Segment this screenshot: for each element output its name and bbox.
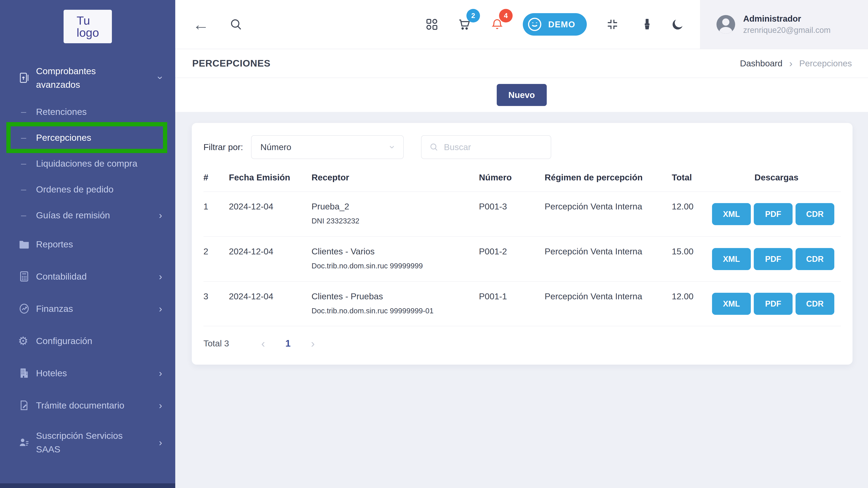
percepciones-card: Filtrar por: Número › #Fecha EmisiónRece… <box>192 123 852 365</box>
column-header: Descargas <box>712 173 841 183</box>
percepciones-table: #Fecha EmisiónReceptorNúmeroRégimen de p… <box>204 169 841 326</box>
cell-numero: P001-3 <box>479 202 545 212</box>
search-icon[interactable] <box>229 18 243 31</box>
chevron-right-icon: › <box>159 437 162 447</box>
folder-icon <box>18 238 36 250</box>
table-header-row: #Fecha EmisiónReceptorNúmeroRégimen de p… <box>204 169 841 191</box>
column-header: Número <box>479 173 545 183</box>
dash-bullet-icon: – <box>18 132 36 143</box>
sidebar-item-finanzas[interactable]: Finanzas› <box>0 293 175 325</box>
pagination-prev-icon[interactable]: ‹ <box>261 338 265 349</box>
cell-numero: P001-1 <box>479 292 545 301</box>
topbar-right: 2 4 <box>425 13 700 36</box>
receptor-document: Doc.trib.no.dom.sin.ruc 99999999 <box>311 262 479 270</box>
dash-bullet-icon: – <box>18 158 36 169</box>
dash-bullet-icon: – <box>18 210 36 220</box>
sidebar-item-reportes[interactable]: Reportes <box>0 228 175 260</box>
notifications-badge: 4 <box>499 9 513 23</box>
table-row: 32024-12-04Clientes - PruebasDoc.trib.no… <box>204 281 841 326</box>
cell-descargas: XMLPDFCDR <box>712 248 841 270</box>
sidebar-item-label: Trámite documentario <box>36 400 124 410</box>
sidebar-item-hoteles[interactable]: Hoteles› <box>0 357 175 389</box>
download-xml-button[interactable]: XML <box>712 293 751 315</box>
sidebar-item-liquidaciones-de-compra[interactable]: –Liquidaciones de compra <box>0 151 175 176</box>
download-xml-button[interactable]: XML <box>712 203 751 225</box>
search-input[interactable] <box>443 142 543 152</box>
sidebar-item-tramite-documentario[interactable]: Trámite documentario› <box>0 389 175 421</box>
apps-grid-icon[interactable] <box>425 18 439 31</box>
compress-icon[interactable] <box>606 18 619 31</box>
cell-index: 1 <box>204 202 229 212</box>
download-cdr-button[interactable]: CDR <box>796 293 834 315</box>
filter-field-selected-value: Número <box>260 142 291 152</box>
pagination-next-icon[interactable]: › <box>311 338 315 349</box>
filter-field-select[interactable]: Número › <box>251 135 404 159</box>
chevron-right-icon: › <box>159 368 162 378</box>
pagination-page-1[interactable]: 1 <box>285 338 290 349</box>
sidebar-bottom-strip <box>0 483 175 488</box>
sidebar-item-label: Configuración <box>36 336 92 346</box>
page-title-bar: PERCEPCIONES Dashboard › Percepciones <box>175 49 868 78</box>
download-pdf-button[interactable]: PDF <box>754 293 793 315</box>
gear-icon: ⚙ <box>18 335 36 346</box>
action-bar: Nuevo <box>175 78 868 112</box>
sidebar-item-label: Guías de remisión <box>36 210 110 220</box>
user-name: Administrador <box>743 14 831 24</box>
cell-receptor: Prueba_2DNI 23323232 <box>311 202 479 225</box>
logo-line-2: logo <box>77 27 112 38</box>
cell-total: 12.00 <box>672 202 712 212</box>
app-logo[interactable]: Tu logo <box>64 10 112 43</box>
sidebar-item-label: Ordenes de pedido <box>36 184 114 194</box>
back-arrow-icon[interactable]: ← <box>193 16 209 33</box>
receptor-document: Doc.trib.no.dom.sin.ruc 99999999-01 <box>311 307 479 315</box>
cell-receptor: Clientes - VariosDoc.trib.no.dom.sin.ruc… <box>311 247 479 270</box>
receptor-name: Clientes - Pruebas <box>311 292 479 301</box>
breadcrumb-dashboard[interactable]: Dashboard <box>740 59 783 68</box>
page-title: PERCEPCIONES <box>192 58 271 69</box>
cell-descargas: XMLPDFCDR <box>712 203 841 225</box>
document-edit-icon <box>18 399 36 411</box>
cell-index: 3 <box>204 292 229 301</box>
sidebar-item-label: Reportes <box>36 239 73 249</box>
column-header: Total <box>672 173 712 183</box>
sidebar-item-label: Finanzas <box>36 304 73 314</box>
download-xml-button[interactable]: XML <box>712 248 751 270</box>
cart-icon[interactable]: 2 <box>458 18 471 31</box>
sidebar-item-comprobantes-avanzados[interactable]: Comprobantes avanzados› <box>0 57 175 99</box>
sidebar-item-label: Retenciones <box>36 106 87 117</box>
column-header: Receptor <box>311 173 479 183</box>
calculator-icon <box>18 270 36 282</box>
dash-bullet-icon: – <box>18 106 36 117</box>
sidebar-item-suscripcion-servicios-saas[interactable]: Suscripción Servicios SAAS› <box>0 421 175 463</box>
sidebar-item-percepciones[interactable]: –Percepciones <box>0 125 175 151</box>
sidebar-item-ordenes-de-pedido[interactable]: –Ordenes de pedido <box>0 176 175 202</box>
table-body: 12024-12-04Prueba_2DNI 23323232P001-3Per… <box>204 191 841 326</box>
cell-descargas: XMLPDFCDR <box>712 293 841 315</box>
download-cdr-button[interactable]: CDR <box>796 248 834 270</box>
sidebar-item-configuracion[interactable]: ⚙Configuración <box>0 325 175 357</box>
receptor-document: DNI 23323232 <box>311 217 479 225</box>
theme-brush-icon[interactable] <box>638 18 652 31</box>
download-pdf-button[interactable]: PDF <box>754 203 793 225</box>
sidebar-item-guias-de-remision[interactable]: –Guías de remisión› <box>0 202 175 228</box>
user-menu[interactable]: Administrador zrenrique20@gmail.com <box>700 0 868 49</box>
sidebar-item-contabilidad[interactable]: Contabilidad› <box>0 260 175 293</box>
building-icon <box>18 367 36 379</box>
cell-index: 2 <box>204 247 229 256</box>
cell-fecha-emision: 2024-12-04 <box>229 292 311 301</box>
user-email: zrenrique20@gmail.com <box>743 26 831 35</box>
notifications-bell-icon[interactable]: 4 <box>490 18 504 31</box>
demo-button[interactable]: DEMO <box>523 13 587 36</box>
download-pdf-button[interactable]: PDF <box>754 248 793 270</box>
chevron-down-icon: › <box>156 76 165 79</box>
user-avatar-icon <box>716 15 735 34</box>
new-button[interactable]: Nuevo <box>497 84 547 106</box>
download-cdr-button[interactable]: CDR <box>796 203 834 225</box>
cart-badge: 2 <box>466 9 480 23</box>
sidebar-item-label: Suscripción Servicios SAAS <box>36 429 134 456</box>
dark-mode-moon-icon[interactable] <box>671 18 685 31</box>
pagination-total: Total 3 <box>204 339 229 348</box>
dash-bullet-icon: – <box>18 184 36 194</box>
sidebar-item-retenciones[interactable]: –Retenciones <box>0 99 175 125</box>
sidebar-item-label: Contabilidad <box>36 271 87 282</box>
